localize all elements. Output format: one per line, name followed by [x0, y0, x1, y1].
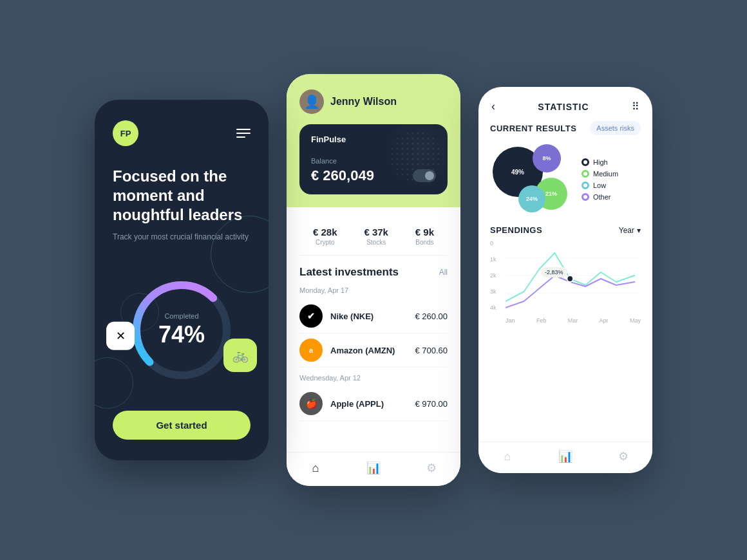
- stat-bonds: € 9k Bonds: [415, 227, 434, 246]
- stat-crypto: € 28k Crypto: [313, 227, 337, 246]
- user-row: 👤 Jenny Wilson: [299, 89, 448, 114]
- other-label: Other: [593, 193, 611, 201]
- phone-3-header: ‹ STATISTIC ⠿: [478, 87, 652, 121]
- avatar: 👤: [299, 89, 324, 114]
- chart-area: -2,83%: [506, 240, 641, 311]
- phone-2-header: 👤 Jenny Wilson FinPulse Balance € 260,04…: [287, 74, 460, 207]
- current-results-title: CURRENT RESULTS: [490, 124, 576, 133]
- menu-icon[interactable]: [236, 129, 251, 138]
- stocks-value: € 37k: [364, 227, 388, 238]
- phone-3-statistic: ‹ STATISTIC ⠿ CURRENT RESULTS Assets ris…: [478, 87, 652, 473]
- x-axis-labels: JanFebMarAprMay: [506, 317, 641, 324]
- other-dot: [582, 193, 589, 201]
- apple-amount: € 970.00: [415, 399, 448, 409]
- gauge-value: 74%: [158, 321, 205, 348]
- date-2: Wednesday, Apr 12: [299, 374, 448, 382]
- results-header: CURRENT RESULTS Assets risks: [490, 121, 641, 135]
- visibility-toggle[interactable]: [413, 169, 436, 182]
- svg-point-7: [567, 275, 573, 282]
- low-dot: [582, 182, 589, 189]
- statistic-title: STATISTIC: [538, 102, 589, 112]
- phone-2-body: € 28k Crypto € 37k Stocks € 9k Bonds Lat…: [287, 207, 460, 452]
- amazon-amount: € 700.60: [415, 346, 448, 355]
- legend-high: High: [582, 158, 618, 166]
- legend-low: Low: [582, 182, 618, 189]
- apple-icon: 🍎: [299, 392, 323, 415]
- gauge-area: ✕ Completed 74% 🚲: [113, 259, 251, 400]
- chart-tooltip: -2,83%: [541, 267, 567, 277]
- date-1: Monday, Apr 17: [299, 286, 448, 294]
- chevron-down-icon: ▾: [637, 226, 641, 235]
- investment-nike[interactable]: ✔ Nike (NKE) € 260.00: [299, 299, 448, 333]
- bottom-nav-3: ⌂ 📊 ⚙: [478, 442, 652, 473]
- balance-row: € 260,049: [311, 167, 436, 184]
- nike-amount: € 260.00: [415, 312, 448, 321]
- chart-legend: High Medium Low Other: [582, 158, 618, 201]
- amazon-icon: a: [299, 339, 323, 362]
- stats-row: € 28k Crypto € 37k Stocks € 9k Bonds: [299, 218, 448, 256]
- chart-icon[interactable]: 📊: [366, 460, 381, 476]
- spendings-title: SPENDINGS: [490, 225, 542, 235]
- crypto-value: € 28k: [313, 227, 337, 238]
- grid-icon[interactable]: ⠿: [632, 100, 639, 113]
- nike-name: Nike (NKE): [330, 312, 407, 321]
- stocks-label: Stocks: [364, 239, 388, 246]
- nike-icon: ✔: [299, 304, 323, 328]
- bubble-chart-row: 49% 8% 21% 24% High Medium: [490, 144, 641, 215]
- gauge-center: Completed 74%: [158, 312, 205, 348]
- legend-medium: Medium: [582, 170, 618, 178]
- medium-label: Medium: [593, 170, 618, 178]
- investments-header: Latest investments All: [299, 266, 448, 279]
- apple-name: Apple (APPL): [330, 399, 407, 409]
- phone-3-body: CURRENT RESULTS Assets risks 49% 8% 21% …: [478, 121, 652, 442]
- assets-risks-button[interactable]: Assets risks: [590, 121, 641, 135]
- medium-dot: [582, 170, 589, 178]
- close-icon-box[interactable]: ✕: [106, 321, 135, 350]
- bonds-value: € 9k: [415, 227, 434, 238]
- home-icon-3[interactable]: ⌂: [500, 449, 515, 464]
- crypto-label: Crypto: [313, 239, 337, 246]
- user-name: Jenny Wilson: [330, 96, 397, 107]
- home-icon[interactable]: ⌂: [308, 460, 323, 476]
- phone-2-investments: 👤 Jenny Wilson FinPulse Balance € 260,04…: [287, 74, 460, 486]
- investment-apple[interactable]: 🍎 Apple (APPL) € 970.00: [299, 387, 448, 421]
- y-axis-labels: 4k3k2k1k0: [490, 240, 496, 311]
- high-dot: [582, 158, 589, 166]
- legend-other: Other: [582, 193, 618, 201]
- back-button[interactable]: ‹: [491, 100, 495, 113]
- amazon-name: Amazon (AMZN): [330, 346, 407, 355]
- phone-1-splash: FP Focused on the moment and noughtful l…: [95, 100, 269, 460]
- bubble-other: 8%: [533, 144, 561, 173]
- bubble-low: 24%: [518, 185, 545, 212]
- balance-card: FinPulse Balance € 260,049: [299, 124, 448, 194]
- splash-title: Focused on the moment and noughtful lead…: [113, 167, 251, 225]
- chart-icon-3[interactable]: 📊: [558, 449, 573, 464]
- investments-title: Latest investments: [299, 266, 399, 279]
- phone-1-header: FP: [113, 120, 251, 146]
- bottom-nav-2: ⌂ 📊 ⚙: [287, 452, 460, 486]
- low-label: Low: [593, 182, 606, 189]
- bubble-chart: 49% 8% 21% 24%: [490, 144, 574, 215]
- spendings-header: SPENDINGS Year ▾: [490, 225, 641, 235]
- settings-icon[interactable]: ⚙: [424, 460, 439, 476]
- fp-logo: FP: [113, 120, 138, 146]
- get-started-button[interactable]: Get started: [113, 411, 251, 440]
- gauge-label: Completed: [158, 312, 205, 320]
- settings-icon-3[interactable]: ⚙: [616, 449, 631, 464]
- spending-chart: 4k3k2k1k0: [490, 240, 641, 324]
- bonds-label: Bonds: [415, 239, 434, 246]
- stat-stocks: € 37k Stocks: [364, 227, 388, 246]
- investment-amazon[interactable]: a Amazon (AMZN) € 700.60: [299, 333, 448, 368]
- year-selector[interactable]: Year ▾: [619, 226, 641, 235]
- high-label: High: [593, 158, 608, 166]
- all-link[interactable]: All: [439, 268, 448, 277]
- year-label: Year: [619, 226, 634, 235]
- bike-icon-box[interactable]: 🚲: [223, 339, 257, 372]
- balance-amount: € 260,049: [311, 167, 374, 184]
